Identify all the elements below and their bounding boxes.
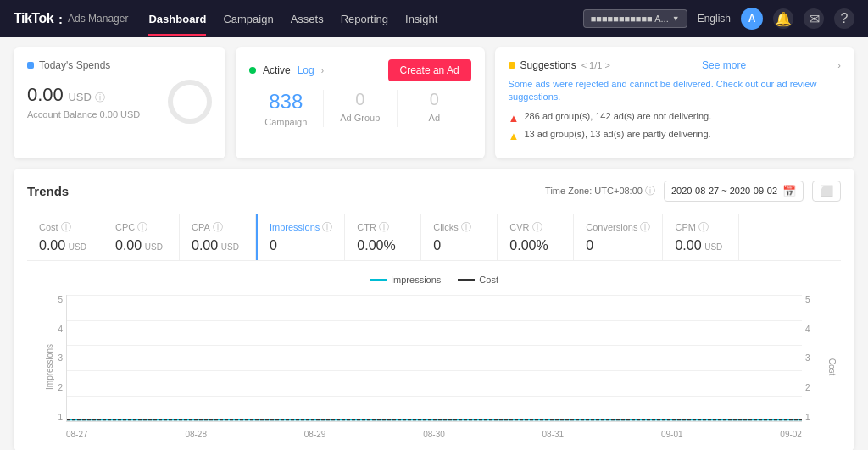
cost-tab-label: Cost ⓘ	[39, 220, 91, 235]
y-left-4: 4	[58, 325, 63, 334]
cpa-tab-value: 0.00 USD	[192, 238, 243, 253]
metric-tab-cpc[interactable]: CPC ⓘ 0.00 USD	[103, 214, 180, 260]
messages-icon[interactable]: ✉	[804, 8, 824, 29]
metric-tab-cvr[interactable]: CVR ⓘ 0.00%	[498, 214, 574, 260]
active-status: Active Log ›	[249, 64, 324, 76]
create-ad-button[interactable]: Create an Ad	[388, 59, 471, 81]
log-chevron-icon: ›	[321, 66, 324, 75]
timezone-label: Time Zone: UTC+08:00 ⓘ	[545, 184, 655, 198]
suggestions-header: Suggestions < 1/1 > See more ›	[509, 59, 841, 71]
impressions-tab-value: 0	[270, 238, 332, 253]
suggestion-item-error: ▲ 286 ad group(s), 142 ad(s) are not del…	[509, 111, 841, 125]
nav-item-assets[interactable]: Assets	[291, 3, 324, 36]
date-range-picker[interactable]: 2020-08-27 ~ 2020-09-02 📅	[664, 181, 804, 202]
account-selector[interactable]: ■■■■■■■■■■■ A... ▼	[583, 9, 687, 28]
spends-amount-row: 0.00 USD ⓘ	[27, 84, 140, 106]
grid-line-5	[67, 295, 802, 296]
clicks-info-icon: ⓘ	[461, 220, 471, 235]
cost-legend-label: Cost	[479, 275, 498, 285]
spends-card-title: Today's Spends	[27, 59, 110, 71]
blue-indicator	[27, 62, 34, 69]
impressions-tab-label: Impressions ⓘ	[270, 220, 332, 235]
nav-item-insight[interactable]: Insight	[405, 3, 437, 36]
log-link[interactable]: Log	[298, 64, 314, 76]
suggestions-pagination[interactable]: < 1/1 >	[581, 60, 610, 70]
cpa-tab-label: CPA ⓘ	[192, 220, 243, 235]
todays-spends-card: Today's Spends 0.00 USD ⓘ Account Balanc…	[14, 47, 225, 158]
ads-manager-label: Ads Manager	[68, 13, 128, 25]
metric-tab-clicks[interactable]: Clicks ⓘ 0	[421, 214, 498, 260]
cvr-info-icon: ⓘ	[532, 220, 542, 235]
timezone-info-icon[interactable]: ⓘ	[645, 184, 655, 198]
export-button[interactable]: ⬜	[812, 181, 841, 202]
y-right-3: 3	[805, 353, 810, 363]
clicks-tab-label: Clicks ⓘ	[433, 220, 485, 235]
see-more-link[interactable]: See more	[702, 59, 746, 71]
spends-donut-chart	[168, 80, 212, 124]
metric-tab-ctr[interactable]: CTR ⓘ 0.00%	[345, 214, 421, 260]
active-metrics-card: Active Log › Create an Ad 838 Campaign 0…	[236, 47, 485, 158]
cvr-tab-label: CVR ⓘ	[509, 220, 561, 235]
nav-item-campaign[interactable]: Campaign	[223, 3, 273, 36]
spends-currency: USD	[68, 91, 91, 103]
suggestion-item-warning: ▲ 13 ad group(s), 13 ad(s) are partly de…	[509, 129, 841, 142]
cpc-info-icon: ⓘ	[137, 220, 147, 235]
y-axis-right: 5 4 3 2 1	[805, 295, 829, 422]
language-selector[interactable]: English	[698, 13, 731, 25]
nav-item-dashboard[interactable]: Dashboard	[148, 3, 206, 36]
metric-tab-impressions[interactable]: Impressions ⓘ 0	[256, 214, 345, 260]
suggestions-title-row: Suggestions < 1/1 >	[509, 59, 610, 71]
nav-item-reporting[interactable]: Reporting	[341, 3, 388, 36]
spends-info-icon[interactable]: ⓘ	[95, 92, 105, 103]
chevron-down-icon: ▼	[672, 14, 680, 23]
spends-amount: 0.00	[27, 84, 64, 105]
spends-body: 0.00 USD ⓘ Account Balance 0.00 USD	[27, 80, 212, 124]
account-balance-label: Account Balance 0.00 USD	[27, 109, 140, 119]
campaign-metric: 838 Campaign	[249, 90, 323, 127]
suggestions-card: Suggestions < 1/1 > See more › Some ads …	[495, 47, 854, 158]
impressions-legend-label: Impressions	[391, 275, 441, 285]
chart-wrapper: Impressions Cost 5 4 3 2 1 5 4 3 2 1	[27, 295, 841, 439]
spends-values: 0.00 USD ⓘ Account Balance 0.00 USD	[27, 84, 140, 119]
y-axis-left: 5 4 3 2 1	[39, 295, 63, 422]
metric-tab-cpa[interactable]: CPA ⓘ 0.00 USD	[180, 214, 256, 260]
suggestions-description: Some ads were rejected and cannot be del…	[509, 78, 841, 104]
y-right-2: 2	[805, 383, 810, 392]
grid-line-3	[67, 345, 802, 346]
cost-tab-value: 0.00 USD	[39, 238, 91, 253]
conversions-tab-value: 0	[586, 238, 650, 253]
grid-line-1	[67, 396, 802, 397]
metrics-tabs-bar: Cost ⓘ 0.00 USD CPC ⓘ 0.00 USD	[27, 214, 841, 261]
brand-colon: :	[58, 12, 63, 26]
brand-logo: TikTok : Ads Manager	[14, 11, 128, 26]
y-right-1: 1	[805, 413, 810, 422]
metric-tab-cost[interactable]: Cost ⓘ 0.00 USD	[27, 214, 103, 260]
calendar-icon: 📅	[782, 185, 796, 197]
campaign-count: 838	[256, 90, 316, 114]
cost-legend-line	[458, 279, 475, 281]
tiktok-wordmark: TikTok	[14, 11, 53, 26]
cpm-tab-value: 0.00 USD	[675, 238, 726, 253]
notifications-icon[interactable]: 🔔	[773, 8, 793, 29]
grid-line-2	[67, 370, 802, 371]
avatar[interactable]: A	[741, 8, 763, 30]
spends-title-label: Today's Spends	[39, 59, 110, 71]
x-label-6: 09-02	[780, 430, 802, 439]
chart-area: Impressions Cost Impressions Cost 5 4 3 …	[27, 275, 841, 439]
cvr-tab-value: 0.00%	[509, 238, 561, 253]
ad-group-count: 0	[331, 90, 391, 109]
suggestion-error-text: 286 ad group(s), 142 ad(s) are not deliv…	[524, 111, 711, 121]
grid-line-4	[67, 320, 802, 321]
cpm-tab-label: CPM ⓘ	[675, 220, 726, 235]
spends-card-header: Today's Spends	[27, 59, 212, 71]
metric-tab-conversions[interactable]: Conversions ⓘ 0	[574, 214, 663, 260]
impressions-legend-line	[370, 279, 387, 281]
y-right-5: 5	[805, 295, 810, 304]
y-right-4: 4	[805, 325, 810, 334]
trends-section: Trends Time Zone: UTC+08:00 ⓘ 2020-08-27…	[14, 169, 854, 450]
x-label-5: 09-01	[661, 430, 683, 439]
cpc-tab-value: 0.00 USD	[115, 238, 167, 253]
x-axis-labels: 08-27 08-28 08-29 08-30 08-31 09-01 09-0…	[66, 430, 802, 439]
metric-tab-cpm[interactable]: CPM ⓘ 0.00 USD	[663, 214, 739, 260]
help-icon[interactable]: ?	[834, 8, 854, 29]
